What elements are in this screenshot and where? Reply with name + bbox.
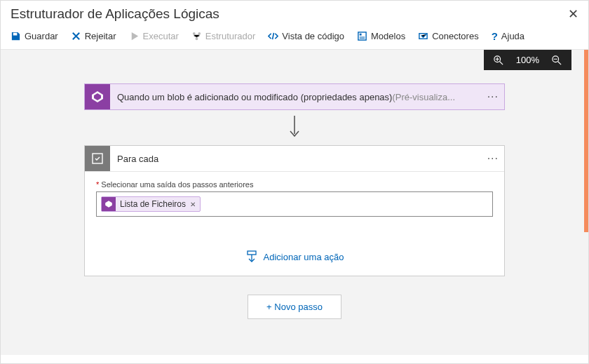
codeview-button[interactable]: Vista de código <box>268 31 344 41</box>
play-icon <box>129 31 140 41</box>
foreach-header[interactable]: Para cada ··· <box>85 146 504 172</box>
window-title: Estruturador de Aplicações Lógicas <box>11 6 219 22</box>
output-selector-input[interactable]: Lista de Ficheiros ✕ <box>96 191 493 217</box>
save-icon <box>11 31 21 41</box>
zoom-level: 100% <box>516 55 539 65</box>
help-button[interactable]: ? Ajuda <box>492 30 524 42</box>
field-label: * Selecionar uma saída dos passos anteri… <box>96 180 493 189</box>
zoom-controls: 100% <box>484 50 571 70</box>
svg-rect-5 <box>360 36 365 37</box>
toolbar: Guardar Rejeitar Executar Estruturador V… <box>1 26 588 50</box>
svg-point-0 <box>193 32 196 35</box>
token-label: Lista de Ficheiros <box>120 199 186 209</box>
zoom-out-icon[interactable] <box>552 55 562 65</box>
svg-point-1 <box>198 32 201 35</box>
save-button[interactable]: Guardar <box>11 31 58 41</box>
new-step-button[interactable]: + Novo passo <box>248 295 341 319</box>
templates-icon <box>357 31 367 41</box>
templates-button[interactable]: Modelos <box>357 31 405 41</box>
zoom-in-icon[interactable] <box>494 55 503 65</box>
help-icon: ? <box>492 30 498 42</box>
token-remove-icon[interactable]: ✕ <box>190 201 196 208</box>
add-action-button[interactable]: Adicionar uma ação <box>96 250 493 263</box>
run-button: Executar <box>129 31 179 41</box>
code-icon <box>268 31 278 41</box>
foreach-card: Para cada ··· * Selecionar uma saída dos… <box>84 145 505 276</box>
trigger-connector-icon <box>85 84 110 109</box>
designer-button: Estruturador <box>191 31 256 41</box>
svg-marker-13 <box>105 201 112 208</box>
flow-arrow-icon <box>287 114 302 141</box>
connectors-icon <box>418 31 428 41</box>
svg-rect-3 <box>358 32 366 40</box>
foreach-title: Para cada <box>110 154 482 164</box>
trigger-card[interactable]: Quando um blob é adicionado ou modificad… <box>84 83 505 110</box>
token-connector-icon <box>102 197 116 211</box>
svg-rect-14 <box>248 251 256 255</box>
foreach-icon <box>85 146 110 171</box>
discard-button[interactable]: Rejeitar <box>71 31 116 41</box>
svg-point-2 <box>195 37 198 40</box>
foreach-body: * Selecionar uma saída dos passos anteri… <box>85 172 504 276</box>
workflow-flow: Quando um blob é adicionado ou modificad… <box>12 83 577 319</box>
x-icon <box>71 31 81 41</box>
svg-rect-4 <box>360 34 362 36</box>
trigger-title: Quando um blob é adicionado ou modificad… <box>110 92 482 102</box>
svg-rect-6 <box>360 38 365 39</box>
designer-icon <box>191 31 202 41</box>
connectors-button[interactable]: Conectores <box>418 31 478 41</box>
scroll-indicator <box>584 50 588 232</box>
foreach-menu-icon[interactable]: ··· <box>482 152 504 165</box>
token-pill[interactable]: Lista de Ficheiros ✕ <box>101 196 201 212</box>
designer-canvas: 100% Quando um blob é adicionado ou modi… <box>1 50 588 355</box>
close-icon[interactable]: ✕ <box>568 6 578 22</box>
trigger-menu-icon[interactable]: ··· <box>482 90 504 103</box>
svg-rect-12 <box>93 154 102 163</box>
add-action-icon <box>245 250 258 263</box>
title-bar: Estruturador de Aplicações Lógicas ✕ <box>1 1 588 26</box>
